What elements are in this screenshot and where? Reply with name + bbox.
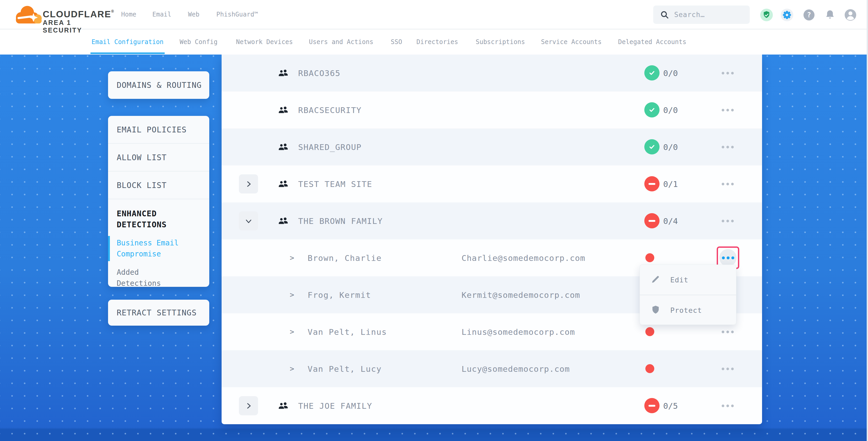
cloudflare-cloud-icon: [12, 3, 43, 27]
protected-count: 0/4: [663, 202, 678, 240]
user-caret-icon[interactable]: >: [290, 350, 294, 387]
chevron-right-icon: [245, 402, 252, 410]
sidebar-label: RETRACT SETTINGS: [117, 308, 197, 317]
svg-text:?: ?: [807, 11, 811, 19]
row-menu-button[interactable]: [715, 165, 741, 202]
people-icon: [278, 400, 289, 411]
menu-item-protect[interactable]: Protect: [640, 295, 736, 325]
alert-dot: [645, 327, 654, 336]
tab-sso[interactable]: SSO: [391, 29, 402, 55]
group-name: THE BROWN FAMILY: [298, 202, 383, 240]
profile-icon[interactable]: [844, 8, 857, 22]
scrollbar[interactable]: [867, 0, 868, 441]
table-row-user-van-pelt-lucy[interactable]: >Van Pelt, LucyLucy@somedemocorp.com: [222, 350, 762, 387]
row-menu-button[interactable]: [715, 92, 741, 128]
shield-check-icon[interactable]: [760, 8, 773, 22]
sidebar-item-enhanced-detections[interactable]: ENHANCED DETECTIONS: [117, 208, 190, 230]
bell-icon[interactable]: [824, 8, 837, 22]
user-name: Van Pelt, Linus: [308, 313, 387, 350]
sidebar-policies-card: EMAIL POLICIESALLOW LISTBLOCK LIST ENHAN…: [108, 116, 209, 287]
minus-icon: [649, 220, 655, 222]
cloudflare-logo[interactable]: CLOUDFLARE® AREA 1 SECURITY: [12, 2, 106, 27]
menu-item-label: Edit: [670, 276, 688, 284]
protected-count: 0/0: [663, 92, 678, 128]
status-badge-ok: [644, 139, 659, 154]
tab-delegated-accounts[interactable]: Delegated Accounts: [618, 29, 686, 55]
row-menu-button-active[interactable]: [719, 249, 737, 266]
logo-title: CLOUDFLARE®: [43, 9, 114, 20]
tab-subscriptions[interactable]: Subscriptions: [476, 29, 525, 55]
status-badge-ok: [644, 102, 659, 118]
collapse-group-button[interactable]: [239, 211, 258, 230]
table-row-group-the-joe-family[interactable]: THE JOE FAMILY0/5: [222, 387, 762, 424]
subnav-tabs: Email ConfigurationWeb ConfigNetwork Dev…: [0, 29, 868, 55]
protected-count: 0/0: [663, 55, 678, 92]
table-row-group-rbacsecurity[interactable]: RBACSECURITY0/0: [222, 92, 762, 128]
groups-users-table: RBACO3650/0RBACSECURITY0/0SHARED_GROUP0/…: [222, 55, 762, 424]
row-menu-button[interactable]: [715, 202, 741, 240]
header-nav-web[interactable]: Web: [188, 0, 199, 29]
tab-network-devices[interactable]: Network Devices: [236, 29, 293, 55]
user-email: Linus@somedemocorp.com: [462, 313, 575, 350]
search-box[interactable]: [653, 5, 750, 24]
row-menu-button[interactable]: [715, 128, 741, 165]
row-menu-button[interactable]: [715, 387, 741, 424]
sidebar-item-added-detections[interactable]: Added Detections: [117, 267, 182, 289]
sidebar-item-business-email-compromise[interactable]: Business Email Compromise: [117, 238, 182, 259]
user-email: Charlie@somedemocorp.com: [462, 240, 585, 276]
chevron-down-icon: [245, 217, 252, 225]
header-nav-home[interactable]: Home: [121, 0, 136, 29]
status-badge-ok: [644, 65, 659, 81]
table-row-group-rbaco365[interactable]: RBACO3650/0: [222, 55, 762, 92]
group-name: TEST TEAM SITE: [298, 165, 372, 202]
user-name: Frog, Kermit: [308, 276, 371, 313]
user-name: Van Pelt, Lucy: [308, 350, 381, 387]
group-name: SHARED_GROUP: [298, 128, 362, 165]
row-menu-button[interactable]: [715, 55, 741, 92]
logo-subtitle: AREA 1 SECURITY: [43, 19, 106, 34]
check-icon: [648, 69, 656, 77]
sidebar-item-retract-settings[interactable]: RETRACT SETTINGS: [108, 300, 209, 326]
table-row-group-test-team-site[interactable]: TEST TEAM SITE0/1: [222, 165, 762, 202]
help-icon[interactable]: ?: [802, 8, 815, 22]
sidebar-item-email-policies[interactable]: EMAIL POLICIES: [108, 116, 209, 144]
tab-service-accounts[interactable]: Service Accounts: [541, 29, 601, 55]
table-row-group-shared-group[interactable]: SHARED_GROUP0/0: [222, 128, 762, 165]
search-input[interactable]: [674, 10, 743, 19]
group-name: RBACSECURITY: [298, 92, 362, 128]
tab-directories[interactable]: Directories: [416, 29, 458, 55]
minus-icon: [649, 183, 655, 185]
alert-dot: [645, 253, 654, 262]
header-nav-phishguard[interactable]: PhishGuard™: [216, 0, 258, 29]
chevron-right-icon: [245, 180, 252, 188]
protected-count: 0/1: [663, 165, 678, 202]
status-badge-blocked: [644, 213, 659, 228]
alert-dot: [645, 364, 654, 373]
sidebar-item-domains-routing[interactable]: DOMAINS & ROUTING: [108, 71, 209, 99]
user-caret-icon[interactable]: >: [290, 276, 294, 313]
people-icon: [278, 105, 289, 116]
check-icon: [648, 106, 656, 114]
user-email: Kermit@somedemocorp.com: [462, 276, 580, 313]
sidebar-item-block-list[interactable]: BLOCK LIST: [108, 171, 209, 199]
status-badge-blocked: [644, 176, 659, 191]
row-menu-button[interactable]: [715, 350, 741, 387]
expand-group-button[interactable]: [239, 175, 258, 193]
user-caret-icon[interactable]: >: [290, 313, 294, 350]
user-caret-icon[interactable]: >: [290, 240, 294, 276]
check-icon: [648, 143, 656, 151]
table-row-group-the-brown-family[interactable]: THE BROWN FAMILY0/4: [222, 202, 762, 240]
tab-users-and-actions[interactable]: Users and Actions: [309, 29, 373, 55]
search-icon: [660, 10, 669, 19]
minus-icon: [649, 405, 655, 407]
people-icon: [278, 68, 289, 78]
registered-mark: ®: [111, 9, 114, 13]
expand-group-button[interactable]: [239, 396, 258, 415]
gear-icon[interactable]: [780, 8, 794, 22]
group-name: THE JOE FAMILY: [298, 387, 372, 424]
menu-item-edit[interactable]: Edit: [640, 265, 736, 295]
tab-web-config[interactable]: Web Config: [180, 29, 218, 55]
header-nav-email[interactable]: Email: [152, 0, 171, 29]
sidebar-label: DOMAINS & ROUTING: [117, 81, 202, 90]
sidebar-item-allow-list[interactable]: ALLOW LIST: [108, 144, 209, 171]
